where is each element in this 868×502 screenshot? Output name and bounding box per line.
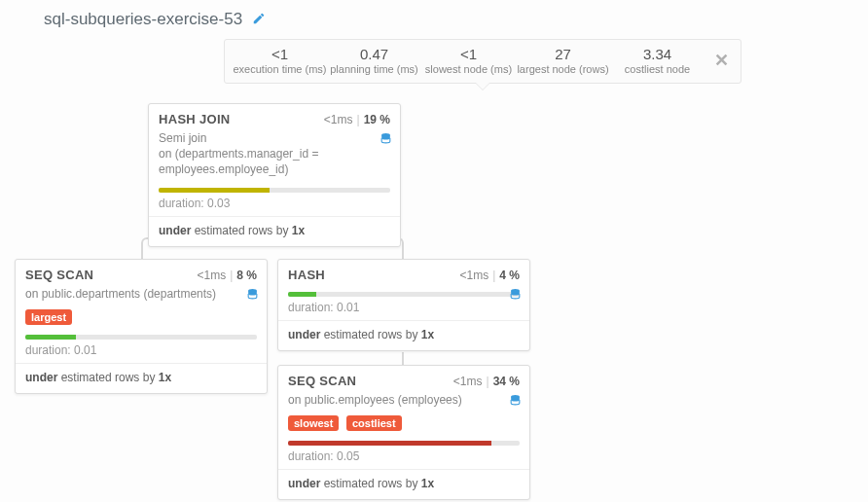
plan-node-hash[interactable]: HASH <1ms|4 % duration: 0.01 under estim… xyxy=(277,259,530,351)
stats-bar: <1 execution time (ms) 0.47 planning tim… xyxy=(224,39,741,84)
stat-planning-time: 0.47 planning time (ms) xyxy=(327,46,421,75)
stat-largest-node: 27 largest node (rows) xyxy=(516,46,610,75)
duration-bar xyxy=(288,441,520,446)
stat-slowest-node: <1 slowest node (ms) xyxy=(421,46,516,75)
plan-node-hash-join[interactable]: HASH JOIN <1ms|19 % Semi join on (depart… xyxy=(148,103,401,247)
plan-node-seq-scan-emp[interactable]: SEQ SCAN <1ms|34 % on public.employees (… xyxy=(277,365,530,500)
node-duration: duration: 0.01 xyxy=(278,299,529,320)
node-name: SEQ SCAN xyxy=(25,268,93,282)
node-estimate: under estimated rows by 1x xyxy=(278,321,529,350)
stat-execution-time: <1 execution time (ms) xyxy=(233,46,327,75)
node-name: HASH JOIN xyxy=(159,112,231,126)
node-estimate: under estimated rows by 1x xyxy=(149,217,400,246)
node-description: on public.departments (departments) xyxy=(16,286,267,307)
stat-costliest-node: 3.34 costliest node xyxy=(610,46,705,75)
plan-title: sql-subqueries-exercise-53 xyxy=(44,10,242,29)
node-name: SEQ SCAN xyxy=(288,374,356,388)
badge-slowest: slowest xyxy=(288,415,339,431)
database-icon[interactable] xyxy=(509,394,522,412)
duration-bar xyxy=(159,188,390,193)
node-description: on public.employees (employees) xyxy=(278,392,529,413)
node-timing: <1ms|4 % xyxy=(460,269,521,282)
close-icon[interactable]: ✕ xyxy=(705,50,733,71)
node-duration: duration: 0.05 xyxy=(278,448,529,469)
node-timing: <1ms|34 % xyxy=(453,375,520,388)
node-description xyxy=(278,286,529,298)
node-timing: <1ms|8 % xyxy=(198,269,258,282)
node-duration: duration: 0.03 xyxy=(149,195,400,216)
plan-node-seq-scan-dept[interactable]: SEQ SCAN <1ms|8 % on public.departments … xyxy=(15,259,268,394)
node-name: HASH xyxy=(288,268,325,282)
node-duration: duration: 0.01 xyxy=(16,341,267,363)
node-estimate: under estimated rows by 1x xyxy=(16,364,267,393)
pencil-icon[interactable] xyxy=(252,12,266,28)
node-timing: <1ms|19 % xyxy=(324,113,390,126)
database-icon[interactable] xyxy=(380,132,392,150)
database-icon[interactable] xyxy=(509,288,522,305)
chevron-down-icon xyxy=(475,83,490,90)
database-icon[interactable] xyxy=(246,288,259,305)
badge-costliest: costliest xyxy=(346,415,402,431)
node-estimate: under estimated rows by 1x xyxy=(278,470,529,499)
node-description: Semi join on (departments.manager_id = e… xyxy=(149,130,400,184)
badge-largest: largest xyxy=(25,309,72,325)
duration-bar xyxy=(25,335,257,340)
